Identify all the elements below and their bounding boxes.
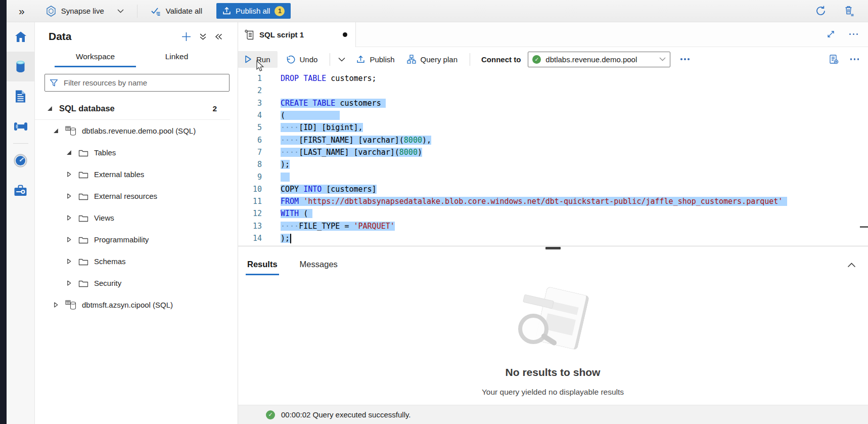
line-number[interactable]: 11 xyxy=(238,197,262,206)
code-line-1[interactable]: 1DROP TABLE customers; xyxy=(238,72,868,84)
line-number[interactable]: 4 xyxy=(238,111,262,120)
filter-input[interactable] xyxy=(63,78,224,88)
code-line-12[interactable]: 12WITH ( xyxy=(238,207,868,220)
sidebar-item-monitor[interactable] xyxy=(7,146,34,176)
code-text[interactable]: DROP TABLE customers; xyxy=(281,74,377,83)
line-number[interactable]: 12 xyxy=(238,209,262,218)
code-editor[interactable]: 1DROP TABLE customers;23CREATE TABLE cus… xyxy=(238,71,868,245)
expand-editor-icon[interactable] xyxy=(827,30,835,38)
code-text[interactable]: ); xyxy=(281,160,290,169)
collapse-results-chevron-icon[interactable] xyxy=(847,263,868,268)
folder-icon xyxy=(78,171,88,179)
line-number[interactable]: 7 xyxy=(238,148,262,157)
code-text[interactable]: COPY INTO [customers] xyxy=(281,185,377,194)
caret-collapsed-icon[interactable] xyxy=(66,172,72,177)
code-text[interactable] xyxy=(281,173,290,182)
pool-select-dropdown[interactable]: dbtlabs.revenue.demo.pool xyxy=(528,52,670,67)
code-line-10[interactable]: 10COPY INTO [customers] xyxy=(238,183,868,195)
caret-expanded-icon[interactable] xyxy=(53,128,59,134)
publish-button[interactable]: Publish xyxy=(356,55,394,64)
tree-item-sql-database[interactable]: SQL database2 xyxy=(34,98,230,120)
sql-pool-icon xyxy=(65,126,76,136)
results-splitter[interactable] xyxy=(238,245,868,253)
line-number[interactable]: 9 xyxy=(238,173,262,182)
tree-item-schemas[interactable]: Schemas xyxy=(34,250,238,272)
sidebar-item-integrate[interactable] xyxy=(7,111,34,141)
code-line-6[interactable]: 6····[FIRST_NAME] [varchar](8000), xyxy=(238,134,868,146)
line-number[interactable]: 1 xyxy=(238,74,262,83)
line-number[interactable]: 2 xyxy=(238,86,262,95)
run-button[interactable]: Run xyxy=(238,51,278,68)
code-text[interactable]: CREATE TABLE customers xyxy=(281,99,386,108)
sidebar-item-manage[interactable] xyxy=(7,176,34,205)
undo-button[interactable]: Undo xyxy=(286,55,318,64)
tree-item-external-tables[interactable]: External tables xyxy=(34,163,238,185)
line-number[interactable]: 13 xyxy=(238,222,262,231)
code-line-4[interactable]: 4( xyxy=(238,109,868,121)
code-text[interactable]: FROM 'https://dbtlabsynapsedatalake.blob… xyxy=(281,197,787,206)
caret-expanded-icon[interactable] xyxy=(66,150,72,155)
tree-item-dbtmsft-azsyn-cipool-sql[interactable]: dbtmsft.azsyn.cipool (SQL) xyxy=(34,294,238,316)
code-text[interactable]: WITH ( xyxy=(281,209,312,218)
tab-workspace[interactable]: Workspace xyxy=(55,52,136,67)
splitter-drag-handle[interactable] xyxy=(545,247,561,249)
code-text[interactable]: ( xyxy=(281,111,340,120)
code-line-9[interactable]: 9 xyxy=(238,171,868,183)
tree-item-tables[interactable]: Tables xyxy=(34,142,238,163)
caret-collapsed-icon[interactable] xyxy=(66,193,72,199)
code-line-13[interactable]: 13····FILE_TYPE = 'PARQUET' xyxy=(238,220,868,232)
more-options-icon[interactable] xyxy=(850,58,859,60)
code-text[interactable]: ····FILE_TYPE = 'PARQUET' xyxy=(281,222,395,231)
tab-messages[interactable]: Messages xyxy=(298,255,339,275)
tab-linked[interactable]: Linked xyxy=(136,52,217,67)
discard-trash-icon[interactable] xyxy=(844,5,855,17)
sidebar-item-home[interactable] xyxy=(7,22,34,52)
caret-expanded-icon[interactable] xyxy=(47,106,53,111)
caret-collapsed-icon[interactable] xyxy=(66,215,72,221)
caret-collapsed-icon[interactable] xyxy=(66,259,72,264)
code-line-7[interactable]: 7····[LAST_NAME] [varchar](8000) xyxy=(238,146,868,158)
caret-collapsed-icon[interactable] xyxy=(53,302,59,308)
caret-collapsed-icon[interactable] xyxy=(66,237,72,242)
tab-results[interactable]: Results xyxy=(246,255,279,275)
tree-item-views[interactable]: Views xyxy=(34,207,238,229)
code-line-2[interactable]: 2 xyxy=(238,84,868,97)
validate-all-button[interactable]: Validate all xyxy=(151,7,202,16)
refresh-icon[interactable] xyxy=(815,5,827,17)
tab-sql-script-1[interactable]: SQL script 1 xyxy=(238,22,356,47)
line-number[interactable]: 6 xyxy=(238,136,262,145)
chevron-down-icon[interactable] xyxy=(117,9,124,13)
properties-icon[interactable] xyxy=(829,54,839,65)
code-line-8[interactable]: 8); xyxy=(238,158,868,171)
code-line-14[interactable]: 14); xyxy=(238,232,868,244)
code-line-3[interactable]: 3CREATE TABLE customers xyxy=(238,97,868,109)
tree-item-external-resources[interactable]: External resources xyxy=(34,185,238,207)
collapse-panel-icon[interactable] xyxy=(215,33,222,40)
expand-menu-icon[interactable]: » xyxy=(19,6,25,16)
tree-item-dbtlabs-revenue-demo-pool-sql[interactable]: dbtlabs.revenue.demo.pool (SQL) xyxy=(34,120,238,142)
query-plan-button[interactable]: Query plan xyxy=(407,55,458,64)
code-line-11[interactable]: 11FROM 'https://dbtlabsynapsedatalake.bl… xyxy=(238,195,868,207)
more-commands-icon[interactable] xyxy=(680,58,690,60)
code-text[interactable]: ····[LAST_NAME] [varchar](8000) xyxy=(281,148,422,157)
more-options-icon[interactable] xyxy=(849,33,858,35)
tree-item-programmability[interactable]: Programmability xyxy=(34,229,238,250)
sidebar-item-develop[interactable] xyxy=(7,81,34,111)
run-options-chevron-icon[interactable] xyxy=(338,57,345,62)
line-number[interactable]: 14 xyxy=(238,234,262,243)
tree-item-security[interactable]: Security xyxy=(34,272,238,294)
code-text[interactable]: ····[ID] [bigint], xyxy=(281,123,363,132)
sidebar-item-data[interactable] xyxy=(7,52,34,81)
line-number[interactable]: 8 xyxy=(238,160,262,169)
line-number[interactable]: 10 xyxy=(238,185,262,194)
code-text[interactable]: ); xyxy=(281,234,291,243)
mode-selector[interactable]: Synapse live xyxy=(46,6,124,17)
caret-collapsed-icon[interactable] xyxy=(66,280,72,286)
code-line-5[interactable]: 5····[ID] [bigint], xyxy=(238,121,868,134)
line-number[interactable]: 3 xyxy=(238,99,262,108)
expand-all-icon[interactable] xyxy=(199,33,207,40)
code-text[interactable]: ····[FIRST_NAME] [varchar](8000), xyxy=(281,136,431,145)
add-icon[interactable] xyxy=(181,32,191,41)
line-number[interactable]: 5 xyxy=(238,123,262,132)
publish-all-button[interactable]: Publish all 1 xyxy=(216,3,291,19)
